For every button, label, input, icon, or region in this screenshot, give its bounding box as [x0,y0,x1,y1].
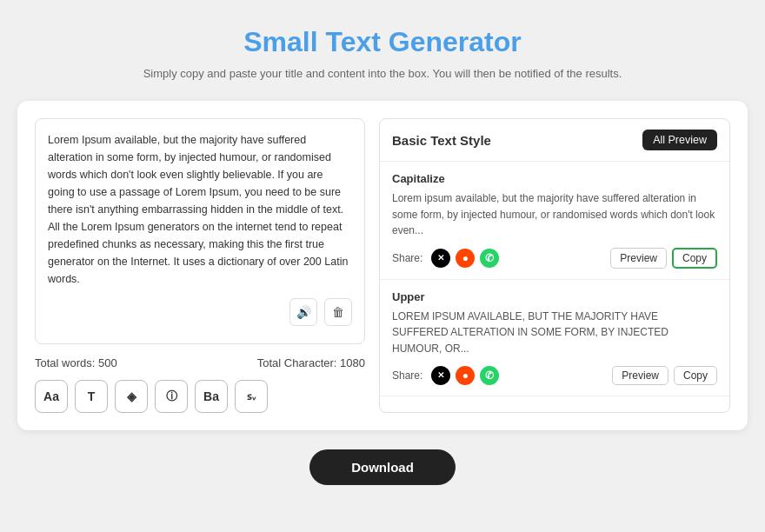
share-x-icon-upper[interactable]: ✕ [431,366,450,385]
text-input-area: Lorem Ipsum available, but the majority … [35,118,365,344]
delete-icon-btn[interactable]: 🗑 [324,298,352,326]
toolbar: Aa T ◈ ⓘ Ba ꜱᵥ [35,380,365,413]
styles-list: Capitalize Lorem ipsum available, but th… [380,162,729,396]
download-button[interactable]: Download [309,449,456,485]
main-card: Lorem Ipsum available, but the majority … [17,101,748,430]
style-block-capitalize: Capitalize Lorem ipsum available, but th… [380,162,729,280]
share-label-capitalize: Share: [392,252,422,264]
speaker-icon-btn[interactable]: 🔊 [289,298,317,326]
toolbar-btn-script[interactable]: ꜱᵥ [235,380,268,413]
all-preview-button[interactable]: All Preview [642,130,717,150]
share-label-upper: Share: [392,369,422,382]
share-reddit-icon-capitalize[interactable]: ● [456,249,475,268]
toolbar-btn-diamond[interactable]: ◈ [115,380,148,413]
toolbar-btn-aa[interactable]: Aa [35,380,68,413]
word-count: Total words: 500 [35,356,117,369]
style-capitalize-text: Lorem ipsum available, but the majority … [392,190,717,239]
style-block-upper: Upper LOREM IPSUM AVAILABLE, BUT THE MAJ… [380,280,729,396]
left-panel: Lorem Ipsum available, but the majority … [35,118,365,413]
page-title: Small Text Generator [243,26,522,58]
right-panel: Basic Text Style All Preview Capitalize … [379,118,730,413]
share-whatsapp-icon-upper[interactable]: ✆ [480,366,499,385]
toolbar-btn-ba[interactable]: Ba [195,380,228,413]
right-panel-title: Basic Text Style [392,133,491,148]
share-reddit-icon-upper[interactable]: ● [456,366,475,385]
copy-button-capitalize[interactable]: Copy [672,248,717,269]
right-panel-header: Basic Text Style All Preview [380,119,729,162]
style-upper-text: LOREM IPSUM AVAILABLE, BUT THE MAJORITY … [392,309,717,357]
toolbar-btn-t[interactable]: T [75,380,108,413]
share-whatsapp-icon-capitalize[interactable]: ✆ [480,249,499,268]
share-x-icon-capitalize[interactable]: ✕ [431,249,450,268]
preview-button-upper[interactable]: Preview [612,366,669,385]
char-count: Total Character: 1080 [257,356,365,369]
preview-button-capitalize[interactable]: Preview [610,248,667,269]
style-capitalize-title: Capitalize [392,172,717,185]
text-content: Lorem Ipsum available, but the majority … [48,131,352,288]
page-subtitle: Simply copy and paste your title and con… [143,67,622,80]
style-upper-title: Upper [392,290,717,303]
toolbar-btn-info[interactable]: ⓘ [155,380,188,413]
copy-button-upper[interactable]: Copy [674,366,717,385]
